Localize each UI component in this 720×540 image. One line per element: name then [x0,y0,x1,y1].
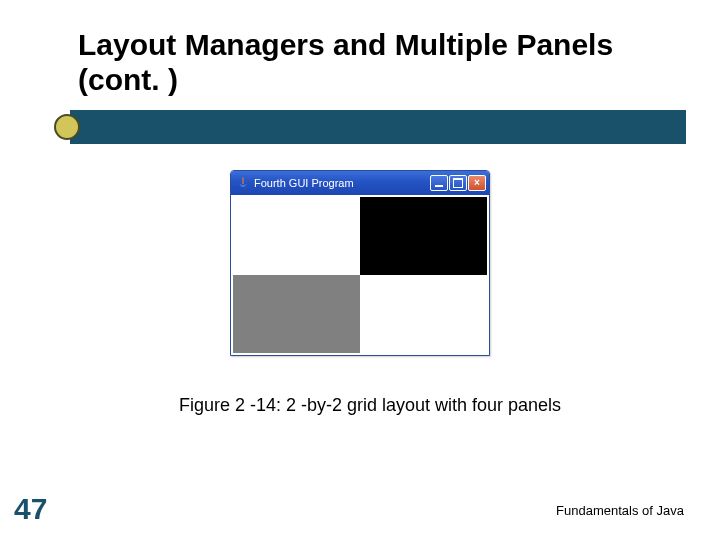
close-button[interactable]: × [468,175,486,191]
grid-layout [233,197,487,353]
slide-title: Layout Managers and Multiple Panels (con… [78,28,680,97]
slide: Layout Managers and Multiple Panels (con… [0,0,720,540]
panel-bottom-right [360,275,487,353]
title-bar-decoration [0,104,720,150]
maximize-button[interactable] [449,175,467,191]
window-title: Fourth GUI Program [254,177,430,189]
teal-bar [70,110,686,144]
minimize-button[interactable] [430,175,448,191]
panel-top-right [360,197,487,275]
java-icon [236,177,249,190]
panel-top-left [233,197,360,275]
figure-caption: Figure 2 -14: 2 -by-2 grid layout with f… [0,395,720,416]
panel-bottom-left [233,275,360,353]
footer-text: Fundamentals of Java [556,503,684,518]
slide-number: 47 [14,492,47,526]
figure: Fourth GUI Program × [230,170,490,356]
gui-window: Fourth GUI Program × [230,170,490,356]
title-area: Layout Managers and Multiple Panels (con… [78,28,680,97]
footer: 47 Fundamentals of Java [0,486,720,526]
close-icon: × [474,178,480,188]
client-area [231,195,489,355]
window-buttons: × [430,175,486,191]
window-titlebar: Fourth GUI Program × [231,171,489,195]
bullet-circle-icon [54,114,80,140]
